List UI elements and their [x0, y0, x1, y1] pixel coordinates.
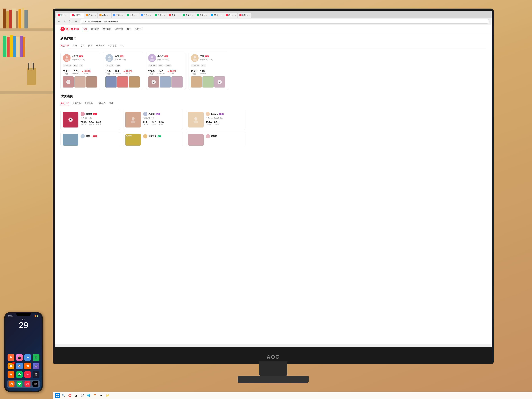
blogger-category-tabs: 美妆个护 时尚 母婴 美食 家居家装 生活记录 出行	[60, 43, 486, 48]
kol-tag-2-2: 沉浸式	[164, 64, 172, 67]
phone-app-mail[interactable]: ✉	[24, 354, 31, 361]
nav-data[interactable]: 我的数据	[103, 27, 111, 31]
tab-gzh4[interactable]: 公众号 ×	[195, 13, 209, 18]
refresh-button[interactable]: ↻	[68, 19, 72, 23]
cat-tab-travel[interactable]: 出行	[120, 43, 125, 48]
home-button[interactable]: ⌂	[74, 19, 78, 23]
tab-gzh3[interactable]: 公众号 ×	[181, 13, 195, 18]
taskbar-folder-icon[interactable]: 📁	[105, 393, 110, 398]
tab-zhushe[interactable]: 注射... ×	[112, 13, 125, 18]
kol-card-1[interactable]: 余玥 Lv4 报价 ¥1,850起 美妆个护 测评	[103, 52, 143, 90]
dock-taobao[interactable]: 淘	[8, 381, 14, 387]
kol-badge-live-0: Lv4	[79, 56, 83, 57]
cat-tab-life[interactable]: 生活记录	[108, 43, 117, 48]
case-cat-tab-food[interactable]: 食品饮料	[85, 101, 93, 106]
case-card-0[interactable]: ▶ 恋樱樱	[60, 110, 120, 130]
dock-douyin[interactable]: 🎬	[32, 381, 38, 387]
case-info-r2-2: 鸡腿诺	[206, 134, 243, 144]
kol-price-3: 报价 ¥10,000起	[200, 58, 226, 61]
kol-tag-2-0: 美妆个护	[148, 64, 157, 67]
info-icon[interactable]: ⓘ	[74, 37, 76, 40]
nav-cases[interactable]: 优质案例	[91, 27, 99, 31]
tab-xiaohongshu[interactable]: 小红书 ×	[70, 13, 84, 18]
case-play-btn-0[interactable]: ▶	[69, 118, 73, 122]
tab-zu[interactable]: 租了... ×	[139, 13, 153, 18]
cat-tab-baby[interactable]: 母婴	[80, 43, 85, 48]
phone-app-camera[interactable]: 📸	[16, 354, 23, 361]
nav-help[interactable]: 帮助中心	[135, 27, 143, 31]
taskbar-wechat-icon[interactable]: 💬	[80, 393, 85, 398]
cat-tab-fashion[interactable]: 时尚	[73, 43, 77, 48]
phone-notch	[16, 313, 31, 316]
phone-app-wechat[interactable]: 💬	[16, 371, 23, 378]
case-stat-val-collects-0: 3413	[96, 121, 101, 123]
forward-button[interactable]: →	[63, 19, 67, 23]
case-cat-tab-3c[interactable]: 3c及电器	[97, 101, 105, 106]
nav-orders[interactable]: 订单管理	[115, 27, 123, 31]
stat-followers-2: 17.8万 粉丝	[148, 70, 155, 75]
cat-tab-home[interactable]: 家居家装	[96, 43, 105, 48]
tab-toutiao[interactable]: 头条... ×	[167, 13, 181, 18]
site-logo: 蒲公英 NEW	[60, 27, 79, 31]
cat-tab-makeup[interactable]: 美妆个护	[60, 43, 69, 48]
case-card-r2-2[interactable]: 鸡腿诺	[186, 132, 246, 146]
taskbar-widgets-icon[interactable]: ▣	[74, 393, 79, 398]
tab-xigua2[interactable]: 西瓜... ×	[98, 13, 111, 18]
nav-mine[interactable]: 我的	[127, 27, 131, 31]
kol-card-0[interactable]: 小叭千 Lv4 报价 ¥30,000起 美妆个护 母婴 3+	[60, 52, 100, 90]
phone-app-photos[interactable]: 🖼	[32, 363, 39, 369]
stat-label-interactions-0: 互动中位数	[72, 72, 79, 75]
kol-cards-grid: 小叭千 Lv4 报价 ¥30,000起 美妆个护 母婴 3+	[60, 52, 486, 90]
stat-value-interactions-1: 669	[113, 70, 121, 72]
phone-app-taobao[interactable]: 淘	[24, 363, 31, 369]
tab-gzh2[interactable]: 公众号 ×	[153, 13, 167, 18]
case-card-1[interactable]: 思敏敏 Lv3+ 与 薇资娜 合作 31.7万 阅读量	[123, 110, 183, 130]
taskbar-task-view-icon[interactable]: ⭕	[67, 393, 72, 398]
case-cat-tab-clothing[interactable]: 服装配饰	[73, 101, 81, 106]
taskbar-youku-icon[interactable]: Y	[92, 393, 97, 398]
case-card-r2-0[interactable]: 椎笑一 Live	[60, 132, 120, 146]
phone-app-xiaohongshu[interactable]: 小红	[24, 371, 31, 378]
phone-app-douyin[interactable]: 🎬	[32, 371, 39, 378]
phone-app-messages[interactable]: 💬 29	[7, 363, 14, 369]
case-cards-row2: 椎笑一 Live 热秋花鞋	[60, 132, 486, 146]
book-l3	[10, 35, 13, 57]
tab-shoudao2[interactable]: 收到... ×	[238, 13, 251, 18]
kol-thumb-0-0: ▶	[63, 76, 74, 88]
case-card-r2-1[interactable]: 热秋花鞋 胡渣少女 G9	[123, 132, 183, 146]
taskbar-browser-icon[interactable]: 🌐	[86, 393, 91, 398]
case-avatar-r2-2	[206, 134, 210, 139]
case-avatar-2	[206, 112, 210, 116]
taskbar-snip-icon[interactable]: ✂	[99, 393, 104, 398]
stat-label-interactions-2: 互动中位数	[157, 72, 165, 75]
case-card-2[interactable]: Lizzy L Lv3+ 与 Perfect Diary美妆... 46.4万 …	[186, 110, 246, 130]
phone-app-taobao2[interactable]: 淘	[7, 371, 14, 378]
tab-qq[interactable]: QQ音... ×	[209, 13, 224, 18]
svg-point-0	[62, 28, 63, 29]
dock-wechat[interactable]: 💬	[17, 381, 22, 387]
tab-pugongying[interactable]: 蒲公... ×	[56, 13, 70, 18]
tab-xigua1[interactable]: 西瓜... ×	[84, 13, 98, 18]
kol-card-2[interactable]: 小雅子 Lv4 报价 ¥6,000起 美妆个护 仿妆 沉浸式	[146, 52, 186, 90]
windows-start-button[interactable]	[55, 393, 60, 398]
cat-tab-food[interactable]: 美食	[88, 43, 93, 48]
url-input[interactable]	[80, 19, 489, 24]
book-l2	[7, 37, 10, 57]
dock-xiaohongshu[interactable]: 小红	[25, 381, 31, 387]
kol-card-3[interactable]: 乃慧 Lv4 报价 ¥10,000起 美妆个护 美食	[189, 52, 228, 90]
app-row-0: B 1 📸 ✉ 🎵	[7, 354, 40, 361]
tab-shoudao[interactable]: 收到... ×	[224, 13, 238, 18]
taskbar-search-icon[interactable]: 🔍	[61, 393, 66, 398]
case-cat-tab-makeup[interactable]: 美妆个护	[60, 101, 69, 106]
tab-gzh1[interactable]: 公众号 ×	[125, 13, 139, 18]
case-name-r2-2: 鸡腿诺	[211, 135, 217, 138]
case-cat-tab-other[interactable]: 其他	[109, 101, 113, 106]
phone-app-home[interactable]: 🏠	[16, 363, 23, 369]
phone-app-music[interactable]: 🎵	[32, 354, 39, 361]
phone-app-boss[interactable]: B 1	[7, 354, 14, 361]
stat-growth-2: ▲ 12.6% 涨粉率	[167, 70, 176, 75]
kol-tags-2: 美妆个护 仿妆 沉浸式	[146, 64, 185, 69]
nav-home[interactable]: 首页	[83, 27, 87, 31]
back-button[interactable]: ←	[57, 19, 61, 23]
stat-value-followers-3: 13.4万	[191, 70, 197, 73]
